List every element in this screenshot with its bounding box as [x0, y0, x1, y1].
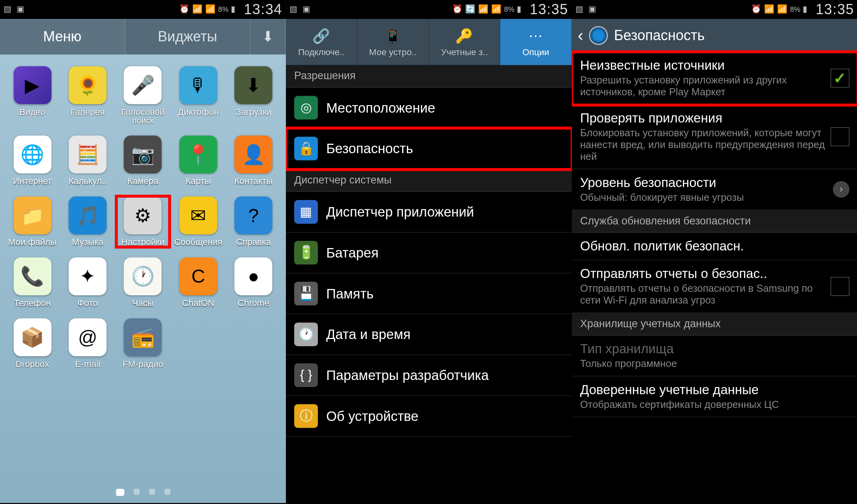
app-label: Видео — [19, 107, 45, 117]
row-security-level[interactable]: Уровень безопасностиОбычный: блокирует я… — [572, 169, 857, 210]
app-label: Справка — [236, 237, 271, 247]
app-downloads[interactable]: ⬇Загрузки — [227, 66, 280, 125]
signal-icon: 📶 — [205, 4, 216, 15]
app-help[interactable]: ?Справка — [227, 196, 280, 247]
row-security[interactable]: 🔒Безопасность — [286, 128, 572, 169]
gallery-icon: 🌻 — [69, 66, 106, 104]
checkbox[interactable] — [831, 127, 850, 146]
checkbox[interactable] — [831, 69, 850, 87]
app-music[interactable]: 🎵Музыка — [61, 196, 114, 247]
tab-connections[interactable]: 🔗Подключе.. — [286, 19, 357, 65]
app-recorder[interactable]: 🎙Диктофон — [172, 66, 224, 125]
download-icon: ⬇ — [262, 28, 274, 45]
clock-text: 13:34 — [244, 1, 282, 18]
tab-menu[interactable]: Меню — [0, 19, 125, 54]
clock-icon: 🕐 — [124, 258, 162, 295]
chaton-icon: C — [179, 258, 217, 295]
tab-device[interactable]: 📱Мое устро.. — [357, 19, 428, 65]
row-update-policy[interactable]: Обновл. политик безопасн. — [572, 233, 857, 261]
tab-more[interactable]: ⋯Опции — [500, 19, 571, 65]
row-verify-apps[interactable]: Проверять приложенияБлокировать установк… — [572, 105, 857, 169]
app-label: Телефон — [14, 298, 51, 308]
app-label: Музыка — [72, 237, 104, 247]
app-maps[interactable]: 📍Карты — [172, 135, 224, 186]
app-label: поиск — [132, 115, 154, 125]
row-about[interactable]: ⓘОб устройстве — [286, 396, 572, 437]
app-label: Калькул.. — [69, 176, 107, 186]
app-label: Контакты — [234, 176, 273, 186]
app-video[interactable]: ▶Видео — [6, 66, 59, 125]
row-title: Обновл. политик безопасн. — [580, 239, 850, 254]
app-settings[interactable]: ⚙Настройки — [117, 196, 169, 247]
app-label: E-mail — [75, 359, 100, 369]
tab-downloads[interactable]: ⬇ — [250, 19, 286, 54]
battery-icon: ▮ — [231, 4, 241, 15]
row-label: Безопасность — [326, 141, 413, 157]
status-bar: ▧ ▣ ⏰ 📶 📶 8% ▮ 13:35 — [572, 0, 857, 19]
app-phone[interactable]: 📞Телефон — [6, 258, 59, 308]
app-camera[interactable]: 📷Камера — [117, 135, 169, 186]
row-subtitle: Отправлять отчеты о безопасности в Samsu… — [580, 283, 831, 306]
app-voice-search[interactable]: 🎤Голосовойпоиск — [117, 66, 169, 125]
app-fm-radio[interactable]: 📻FM-радио — [117, 319, 169, 369]
app-label: FM-радио — [122, 359, 163, 369]
app-calculator[interactable]: 🧮Калькул.. — [61, 135, 114, 186]
page-dot[interactable] — [149, 489, 155, 495]
app-internet[interactable]: 🌐Интернет — [6, 135, 59, 186]
row-developer[interactable]: { }Параметры разработчика — [286, 355, 572, 396]
row-app-manager[interactable]: ▦Диспетчер приложений — [286, 192, 572, 233]
row-location[interactable]: ◎Местоположение — [286, 87, 572, 128]
app-gallery[interactable]: 🌻Галерея — [61, 66, 114, 125]
app-clock[interactable]: 🕐Часы — [117, 258, 169, 308]
app-label: Сообщения — [174, 237, 222, 247]
app-chrome[interactable]: ●Chrome — [227, 258, 280, 308]
row-storage[interactable]: 💾Память — [286, 273, 572, 314]
row-date-time[interactable]: 🕐Дата и время — [286, 314, 572, 355]
row-battery[interactable]: 🔋Батарея — [286, 233, 572, 274]
screenshot-notif-icon: ▣ — [302, 4, 313, 15]
app-my-files[interactable]: 📁Мои файлы — [6, 196, 59, 247]
app-label: Диктофон — [178, 107, 219, 117]
app-label: Карты — [185, 176, 211, 186]
gallery-notif-icon: ▧ — [575, 4, 586, 15]
sync-icon: 🔄 — [465, 4, 476, 15]
app-email[interactable]: @E-mail — [61, 319, 114, 369]
row-title: Тип хранилища — [580, 341, 850, 357]
row-unknown-sources[interactable]: Неизвестные источникиРазрешить установку… — [572, 52, 857, 105]
page-title: Безопасность — [614, 27, 705, 44]
app-messages[interactable]: ✉Сообщения — [172, 196, 224, 247]
row-label: Память — [326, 285, 373, 302]
app-dropbox[interactable]: 📦Dropbox — [6, 319, 59, 369]
back-icon[interactable]: ‹ — [578, 26, 583, 45]
battery-icon: 🔋 — [294, 241, 318, 265]
fm-radio-icon: 📻 — [124, 319, 162, 356]
tab-widgets[interactable]: Виджеты — [125, 19, 250, 54]
app-photos[interactable]: ✦Фото — [61, 258, 114, 308]
settings-icon — [589, 26, 608, 45]
app-contacts[interactable]: 👤Контакты — [227, 135, 280, 186]
row-storage-type: Тип хранилищаТолько программное — [572, 335, 857, 376]
battery-text: 8% — [218, 6, 228, 14]
date-time-icon: 🕐 — [294, 322, 318, 346]
page-dot[interactable] — [164, 489, 170, 495]
app-label: Настройки — [121, 237, 165, 247]
row-send-reports[interactable]: Отправлять отчеты о безопас..Отправлять … — [572, 260, 857, 313]
row-subtitle: Обычный: блокирует явные угрозы — [580, 192, 833, 204]
page-dot[interactable] — [134, 489, 139, 495]
row-label: Параметры разработчика — [326, 367, 489, 384]
app-label: Интернет — [13, 176, 52, 186]
chevron-right-icon: › — [833, 181, 850, 198]
about-icon: ⓘ — [294, 404, 318, 428]
page-dot[interactable] — [116, 489, 124, 496]
checkbox[interactable] — [831, 277, 850, 296]
app-chaton[interactable]: CChatON — [172, 258, 224, 308]
device-icon: 📱 — [384, 28, 402, 44]
app-label: ChatON — [182, 298, 214, 308]
row-trusted-creds[interactable]: Доверенные учетные данныеОтображать серт… — [572, 376, 857, 417]
accounts-icon: 🔑 — [455, 28, 473, 44]
app-label: Камера — [128, 176, 159, 186]
downloads-icon: ⬇ — [235, 66, 273, 104]
row-title: Уровень безопасности — [580, 175, 833, 191]
tab-accounts[interactable]: 🔑Учетные з.. — [429, 19, 500, 65]
wifi-icon: 📶 — [192, 4, 203, 15]
